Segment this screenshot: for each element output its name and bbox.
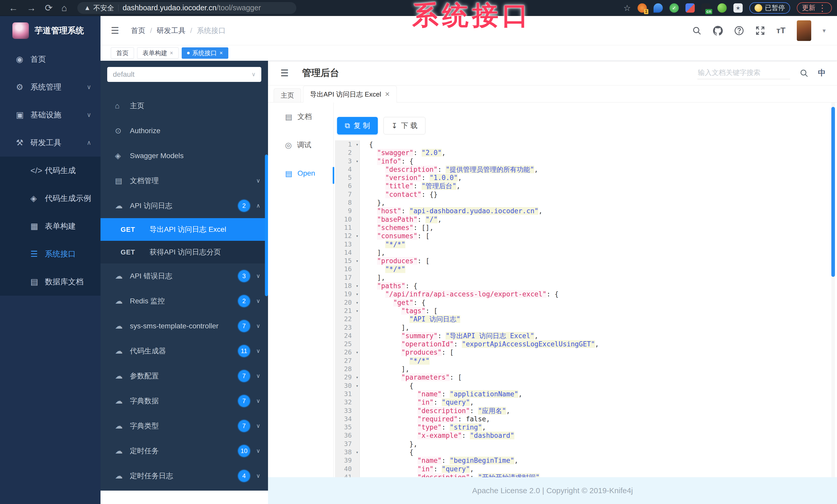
sidebar-item[interactable]: ⚙系统管理∨ [0, 73, 101, 101]
breadcrumb-item[interactable]: 研发工具 [157, 26, 185, 36]
not-secure-label[interactable]: 不安全 [93, 3, 114, 13]
json-string: "应用名" [478, 407, 506, 415]
sidebar-item[interactable]: ◉首页 [0, 45, 101, 73]
code-editor[interactable]: 1▾{2 "swagger": "2.0",3▾ "info": {4 "des… [335, 141, 829, 477]
close-icon[interactable]: × [219, 50, 223, 56]
extension-icon-3[interactable]: ✓ [670, 3, 679, 13]
fold-arrow-icon[interactable]: ▾ [356, 141, 358, 149]
fold-arrow-icon[interactable]: ▾ [356, 257, 358, 265]
sidebar-item[interactable]: ▦表单构建 [0, 212, 101, 240]
nav-scrollbar-thumb[interactable] [265, 154, 268, 296]
sidebar-item[interactable]: ☰系统接口 [0, 240, 101, 268]
fold-arrow-icon[interactable]: ▾ [356, 232, 358, 240]
collapse-sidebar-icon[interactable]: ☰ [111, 25, 119, 36]
swagger-operation-item[interactable]: GET导出API 访问日志 Excel [101, 218, 268, 241]
swagger-nav-item[interactable]: ☁字典数据7∨ [101, 388, 268, 413]
swagger-nav-item[interactable]: ⌂主页 [101, 93, 268, 118]
line-number: 35 [335, 423, 360, 431]
code-text: "*/*" [360, 265, 405, 273]
side-tab-open[interactable]: ▤Open [268, 159, 334, 187]
scrollbar-thumb[interactable] [831, 107, 835, 277]
fold-arrow-icon[interactable]: ▾ [356, 298, 358, 307]
doc-search-input[interactable] [697, 67, 790, 79]
collapse-nav-icon[interactable]: ☰ [280, 68, 289, 78]
close-icon[interactable]: × [170, 50, 173, 56]
update-browser-button[interactable]: 更新 ⋮ [797, 2, 832, 14]
browser-home-icon[interactable]: ⌂ [61, 3, 67, 13]
language-switch[interactable]: 中 [818, 68, 826, 78]
swagger-nav-item[interactable]: ☁定时任务10∨ [101, 438, 268, 463]
json-key: "operationId" [401, 340, 454, 348]
page-tab[interactable]: 表单构建× [137, 48, 179, 59]
swagger-nav-item[interactable]: ☁API 访问日志2∧ [101, 193, 268, 218]
swagger-nav-item[interactable]: ▤文档管理∨ [101, 168, 268, 193]
avatar[interactable] [797, 20, 811, 41]
fold-arrow-icon[interactable]: ▾ [356, 282, 358, 290]
sidebar-item[interactable]: ▤数据库文档 [0, 268, 101, 296]
profile-paused-button[interactable]: 已暂停 [749, 2, 790, 14]
swagger-nav-item[interactable]: ◈Swagger Models [101, 143, 268, 168]
extension-icon-2[interactable] [654, 3, 663, 13]
back-icon[interactable]: ← [9, 3, 18, 13]
fold-arrow-icon[interactable]: ▾ [356, 290, 358, 298]
swagger-nav-item[interactable]: ☁岗位4∨ [101, 488, 268, 491]
swagger-nav-item[interactable]: ☁API 错误日志3∨ [101, 263, 268, 288]
extension-icon-5[interactable]: cn [701, 3, 711, 13]
code-line: 19▾ "/api/infra/api-access-log/export-ex… [335, 290, 829, 298]
fold-arrow-icon[interactable]: ▾ [356, 307, 358, 315]
search-icon[interactable] [692, 26, 702, 36]
swagger-nav-item[interactable]: ☁参数配置7∨ [101, 363, 268, 388]
group-select[interactable]: default ∨ [107, 67, 261, 82]
scrollbar-track[interactable] [831, 102, 835, 477]
json-punctuation: : [462, 432, 470, 440]
search-icon[interactable] [799, 69, 809, 78]
github-icon[interactable] [713, 26, 723, 36]
json-punctuation: , [482, 423, 486, 431]
swagger-nav-item[interactable]: ☁定时任务日志4∨ [101, 463, 268, 488]
swagger-nav-item[interactable]: ☁代码生成器11∨ [101, 338, 268, 363]
page-tab[interactable]: 首页 [111, 48, 134, 59]
extension-icon-6[interactable] [717, 3, 727, 13]
doc-tab[interactable]: 导出API 访问日志 Excel✕ [303, 86, 397, 102]
font-size-icon[interactable]: тT [777, 26, 785, 35]
swagger-nav-item[interactable]: ⊙Authorize [101, 118, 268, 143]
chevron-down-icon: ∨ [250, 398, 260, 404]
download-button[interactable]: ↧ 下 载 [384, 117, 425, 134]
fold-arrow-icon[interactable]: ▾ [356, 373, 358, 381]
sidebar-item[interactable]: ◈代码生成示例 [0, 184, 101, 212]
side-tab-调试[interactable]: ◎调试 [268, 131, 334, 159]
sidebar-item[interactable]: ⚒研发工具∧ [0, 129, 101, 156]
extension-icon-1[interactable]: 1 [638, 3, 647, 13]
fold-arrow-icon[interactable]: ▾ [356, 348, 358, 356]
reload-icon[interactable]: ⟳ [45, 3, 53, 13]
doc-tab[interactable]: 主页 [274, 88, 301, 102]
fold-arrow-icon[interactable]: ▾ [356, 448, 358, 456]
line-number: 38▾ [335, 448, 360, 456]
swagger-operation-item[interactable]: GET获得API 访问日志分页 [101, 241, 268, 263]
address-bar[interactable]: ▲ 不安全 dashboard.yudao.iocoder.cn/tool/sw… [77, 2, 296, 14]
breadcrumb-item[interactable]: 首页 [131, 26, 145, 36]
side-tab-文档[interactable]: ▤文档 [268, 102, 334, 131]
code-line: 35 "type": "string", [335, 423, 829, 431]
extension-icon-4[interactable] [685, 3, 695, 13]
swagger-nav-item[interactable]: ☁Redis 监控2∨ [101, 288, 268, 313]
swagger-nav-item[interactable]: ☁字典类型7∨ [101, 413, 268, 438]
close-icon[interactable]: ✕ [385, 91, 390, 98]
fullscreen-icon[interactable] [755, 26, 765, 36]
fold-arrow-icon[interactable]: ▾ [356, 157, 358, 165]
count-badge: 7 [238, 395, 250, 407]
bookmark-star-icon[interactable]: ☆ [623, 3, 631, 13]
forward-icon[interactable]: → [27, 3, 36, 13]
sidebar-item[interactable]: ▣基础设施∨ [0, 101, 101, 129]
fold-arrow-icon[interactable]: ▾ [356, 382, 358, 390]
chevron-down-icon[interactable]: ▾ [823, 27, 826, 34]
code-text: "swagger": "2.0", [360, 149, 446, 157]
extension-icon-7[interactable]: ★ [733, 3, 743, 13]
app-logo[interactable]: 芋道管理系统 [0, 16, 101, 45]
browser-menu-icon[interactable]: ⋮ [818, 3, 827, 13]
copy-button[interactable]: ⧉ 复 制 [337, 117, 378, 134]
sidebar-item[interactable]: </>代码生成 [0, 156, 101, 184]
page-tab[interactable]: 系统接口× [182, 48, 228, 59]
swagger-nav-item[interactable]: ☁sys-sms-template-controller7∨ [101, 313, 268, 338]
help-icon[interactable] [734, 26, 744, 36]
